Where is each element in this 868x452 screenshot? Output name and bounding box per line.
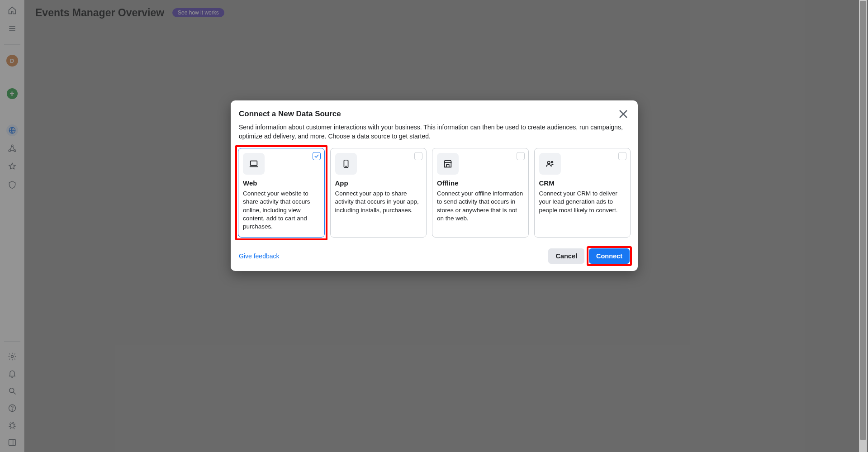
svg-point-21: [551, 162, 553, 163]
card-title: Web: [243, 179, 320, 187]
contacts-icon: [539, 153, 561, 175]
card-title: CRM: [539, 179, 626, 187]
give-feedback-link[interactable]: Give feedback: [239, 252, 280, 260]
card-desc: Connect your offline information to send…: [437, 190, 524, 223]
card-app[interactable]: App Connect your app to share activity t…: [330, 148, 427, 238]
connect-data-source-modal: Connect a New Data Source Send informati…: [231, 100, 638, 271]
laptop-icon: [243, 153, 265, 175]
svg-rect-17: [251, 161, 257, 166]
card-web[interactable]: Web Connect your website to share activi…: [238, 148, 325, 238]
check-icon: [313, 152, 321, 160]
modal-footer: Give feedback Cancel Connect: [238, 248, 631, 264]
store-icon: [437, 153, 459, 175]
scrollbar[interactable]: [859, 0, 867, 452]
card-desc: Connect your website to share activity t…: [243, 190, 320, 231]
checkbox-icon: [517, 152, 525, 160]
card-title: Offline: [437, 179, 524, 187]
connect-button[interactable]: Connect: [589, 248, 630, 264]
card-crm[interactable]: CRM Connect your CRM to deliver your lea…: [534, 148, 631, 238]
cancel-button[interactable]: Cancel: [548, 248, 584, 264]
card-title: App: [335, 179, 422, 187]
card-desc: Connect your app to share activity that …: [335, 190, 422, 214]
card-offline[interactable]: Offline Connect your offline information…: [432, 148, 529, 238]
scroll-thumb[interactable]: [860, 1, 866, 440]
checkbox-icon: [618, 152, 626, 160]
card-desc: Connect your CRM to deliver your lead ge…: [539, 190, 626, 214]
card-row: Web Connect your website to share activi…: [238, 148, 631, 238]
modal-subtitle: Send information about customer interact…: [238, 123, 631, 148]
checkbox-icon: [414, 152, 422, 160]
modal-title: Connect a New Data Source: [238, 109, 631, 123]
svg-point-20: [547, 162, 550, 164]
close-icon[interactable]: [616, 107, 631, 121]
mobile-icon: [335, 153, 357, 175]
